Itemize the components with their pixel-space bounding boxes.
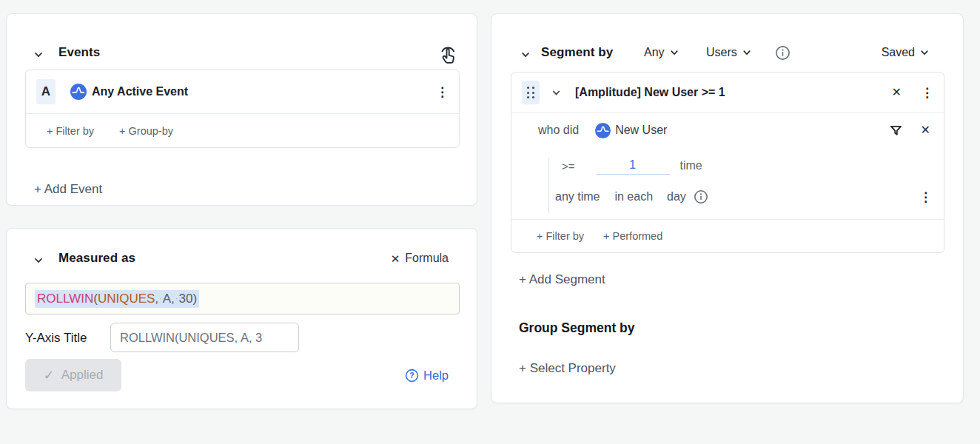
close-icon: ✕	[391, 253, 400, 264]
event-row[interactable]: A Any Active Event ⋮	[26, 70, 459, 113]
event-letter-badge: A	[36, 79, 56, 104]
segment-performed-button[interactable]: + Performed	[603, 230, 662, 242]
period-dropdown[interactable]: day	[667, 190, 686, 204]
collapse-segment-icon[interactable]	[520, 50, 531, 60]
measured-as-title: Measured as	[58, 251, 135, 266]
segmentation-module: Events A Any Active Event ⋮	[0, 0, 980, 444]
segment-actions-row: + Filter by + Performed	[511, 219, 944, 253]
drag-handle[interactable]	[522, 81, 540, 104]
event-card: A Any Active Event ⋮ + Filter by + Group…	[25, 70, 460, 148]
event-menu-icon[interactable]: ⋮	[436, 86, 449, 98]
segment-card-title: [Amplitude] New User >= 1	[575, 86, 725, 99]
count-unit[interactable]: time	[680, 159, 702, 172]
event-name: Any Active Event	[92, 85, 188, 98]
segment-filter-by-button[interactable]: + Filter by	[537, 230, 584, 242]
event-actions-row: + Filter by + Group-by	[26, 113, 459, 148]
time-window-row: any time in each day ⋮	[555, 184, 932, 210]
segment-info-icon[interactable]	[775, 45, 791, 61]
formula-input[interactable]: ROLLWIN(UNIQUES,·A,·30)	[25, 283, 460, 314]
count-value-input[interactable]: 1	[596, 158, 670, 175]
count-row: >= 1 time	[562, 152, 930, 179]
chevron-down-icon	[920, 48, 929, 57]
help-label: Help	[423, 369, 449, 383]
segment-card: [Amplitude] New User >= 1 ✕ ⋮ who did Ne…	[511, 72, 944, 253]
help-icon: ?	[405, 369, 419, 383]
add-segment-button[interactable]: + Add Segment	[519, 272, 605, 287]
add-event-button[interactable]: + Add Event	[34, 182, 102, 197]
help-link[interactable]: ? Help	[405, 369, 449, 383]
time-window-dropdown[interactable]: any time	[555, 190, 600, 204]
amplitude-logo-icon	[70, 84, 87, 100]
applied-button[interactable]: ✓ Applied	[25, 359, 121, 391]
filter-funnel-icon[interactable]	[889, 124, 903, 138]
segment-event-name[interactable]: New User	[615, 124, 667, 137]
event-group-by-button[interactable]: + Group-by	[119, 125, 173, 137]
segment-menu-icon[interactable]: ⋮	[921, 87, 933, 99]
measured-as-panel: Measured as ✕ Formula ROLLWIN(UNIQUES,·A…	[6, 228, 477, 409]
count-operator[interactable]: >=	[562, 160, 575, 172]
segment-type-dropdown[interactable]: Users	[706, 46, 751, 59]
clause-menu-icon[interactable]: ⋮	[919, 191, 932, 204]
formula-toggle-label: Formula	[405, 252, 449, 265]
formula-expression: ROLLWIN(UNIQUES,·A,·30)	[35, 290, 199, 308]
period-info-icon[interactable]	[694, 189, 708, 204]
amplitude-logo-icon	[595, 123, 611, 138]
remove-segment-icon[interactable]: ✕	[892, 87, 902, 98]
who-did-label: who did	[538, 124, 579, 137]
segment-by-title: Segment by	[541, 45, 613, 60]
events-panel: Events A Any Active Event ⋮	[6, 13, 477, 206]
events-title: Events	[58, 45, 100, 60]
saved-dropdown[interactable]: Saved	[882, 46, 929, 59]
applied-label: Applied	[61, 368, 104, 383]
remove-clause-icon[interactable]: ✕	[921, 124, 930, 136]
chevron-down-icon	[670, 48, 679, 57]
segment-match-value: Any	[644, 46, 665, 59]
collapse-segment-card-icon[interactable]	[551, 88, 561, 98]
remove-formula-button[interactable]: ✕ Formula	[391, 252, 449, 265]
svg-text:?: ?	[409, 371, 414, 380]
segment-card-header: [Amplitude] New User >= 1 ✕ ⋮	[511, 73, 944, 112]
saved-value: Saved	[882, 46, 915, 59]
check-icon: ✓	[44, 367, 55, 383]
collapse-measured-icon[interactable]	[33, 255, 44, 266]
select-property-button[interactable]: + Select Property	[519, 361, 616, 376]
event-filter-by-button[interactable]: + Filter by	[47, 125, 94, 137]
y-axis-title-label: Y-Axis Title	[25, 331, 87, 346]
inline-select-icon[interactable]	[437, 44, 458, 66]
segment-match-dropdown[interactable]: Any	[644, 46, 679, 59]
in-each-label: in each	[614, 190, 653, 204]
who-did-row: who did New User ✕	[511, 112, 944, 148]
segment-by-panel: Segment by Any Users Saved	[491, 13, 964, 403]
chevron-down-icon	[742, 48, 751, 57]
collapse-events-icon[interactable]	[33, 50, 44, 60]
group-segment-by-title: Group Segment by	[519, 320, 635, 336]
segment-type-value: Users	[706, 46, 737, 59]
y-axis-title-input[interactable]: ROLLWIN(UNIQUES, A, 3	[110, 323, 299, 352]
